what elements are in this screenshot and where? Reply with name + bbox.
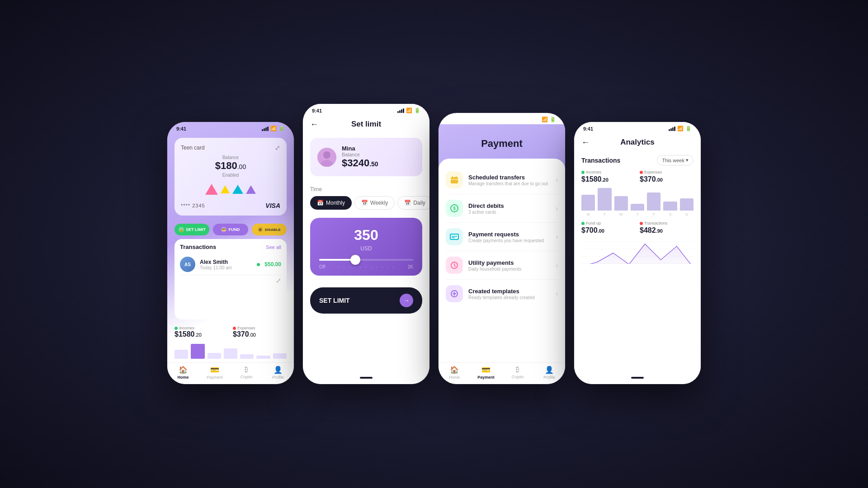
set-limit-btn-text: SET LIMIT — [319, 297, 350, 304]
nav-crypto-1[interactable]: ₿ Crypto — [231, 366, 262, 380]
nav-profile-label-3: Profile — [543, 375, 555, 380]
balance-value-2: $3240 — [342, 157, 369, 169]
list-item[interactable]: Payment requests Create payments you hav… — [446, 223, 558, 251]
this-week-badge[interactable]: This week ▾ — [657, 155, 693, 165]
bar-th — [224, 348, 237, 359]
chart-label-su: S — [680, 212, 693, 216]
analytics-fund-label: Fund up — [581, 221, 635, 225]
profile-icon-3: 👤 — [545, 366, 554, 374]
list-item[interactable]: Scheduled transfers Manage transfers tha… — [446, 166, 558, 194]
time-section: Time 📅 Monthly 📅 Weekly 📅 Daily — [303, 181, 429, 212]
tab-daily[interactable]: 📅 Daily — [397, 196, 429, 210]
list-item[interactable]: Created templates Ready templates alread… — [446, 280, 558, 308]
signal-icon-1 — [262, 127, 269, 131]
card-bottom: **** 2345 VISA — [181, 202, 280, 209]
set-limit-submit-button[interactable]: SET LIMIT → — [310, 287, 422, 314]
wifi-icon-1: 📶 — [270, 126, 277, 131]
expand-icon[interactable]: ⤢ — [275, 144, 280, 151]
bar-chart-t — [598, 188, 611, 211]
analytics-fund-stat: Fund up $700.00 — [581, 221, 635, 235]
bar-chart-m — [581, 195, 595, 211]
action-buttons: 🔒 SET LIMIT 💳 FUND ⊘ DISABLE — [167, 220, 294, 239]
analytics-tx2-label: Transactions — [640, 221, 693, 225]
expense-stat: Expenses $370.00 — [233, 326, 287, 338]
nav-home-3[interactable]: 🏠 Home — [439, 366, 470, 380]
income-dot — [175, 327, 178, 330]
nav-crypto-3[interactable]: ₿ Crypto — [502, 366, 533, 380]
analytics-stats-row: Incomes $1580.20 Expenses $370.00 — [581, 170, 693, 183]
signal-icon-3 — [533, 117, 540, 122]
analytics-tx2-cents: .90 — [656, 228, 663, 234]
home-indicator-2 — [303, 369, 429, 384]
nav-profile-3[interactable]: 👤 Profile — [533, 366, 565, 380]
tab-weekly-label: Weekly — [370, 200, 388, 206]
this-week-text: This week — [662, 158, 684, 163]
set-limit-title: Set limit — [351, 120, 381, 129]
tx-info: Alex Smith Today 11:00 am — [200, 259, 252, 270]
wifi-icon-3: 📶 — [542, 117, 548, 122]
slider-track[interactable] — [319, 259, 413, 261]
triangle-yellow — [221, 185, 230, 193]
back-button-4[interactable]: ← — [581, 138, 590, 147]
payment-icon-1: 💳 — [210, 366, 219, 374]
slider-value: 350 — [319, 227, 413, 244]
phone-set-limit: 9:41 📶 🔋 ← Set limit — [303, 104, 429, 384]
analytics-income-stat: Incomes $1580.20 — [581, 170, 635, 183]
analytics-body: Transactions This week ▾ Incomes — [574, 151, 701, 264]
payment-desc-5: Ready templates already created — [468, 295, 550, 300]
status-icons-2: 📶 🔋 — [397, 108, 420, 113]
slider-thumb[interactable] — [350, 255, 360, 265]
time-tabs: 📅 Monthly 📅 Weekly 📅 Daily — [310, 196, 422, 210]
balance-cents-2: .50 — [369, 160, 378, 168]
set-limit-button[interactable]: 🔒 SET LIMIT — [175, 224, 209, 235]
triangle-pink — [205, 184, 218, 195]
nav-home-1[interactable]: 🏠 Home — [167, 366, 199, 380]
tab-weekly[interactable]: 📅 Weekly — [354, 196, 395, 210]
nav-profile-1[interactable]: 👤 Profile — [262, 366, 294, 380]
tx-date: Today 11:00 am — [200, 265, 252, 270]
card-enabled: Enabled — [181, 173, 280, 178]
see-all-link[interactable]: See all — [266, 244, 281, 250]
payment-icon-3: 💳 — [481, 366, 491, 374]
a-expense-dot — [640, 171, 643, 174]
list-item[interactable]: $ Direct debits 3 active cards › — [446, 194, 558, 223]
bottom-nav-1: 🏠 Home 💳 Payment ₿ Crypto 👤 Profile — [167, 362, 294, 384]
slider-min-label: Off — [319, 264, 325, 269]
slider-max-label: 1K — [408, 264, 413, 269]
analytics-tx2-stat: Transactions $482.90 — [640, 221, 693, 235]
bar-chart-s — [663, 202, 677, 211]
tab-monthly-label: Monthly — [326, 200, 345, 206]
table-row: AS Alex Smith Today 11:00 am $50.00 — [180, 254, 281, 275]
a-tx-dot — [640, 222, 643, 225]
bar-t — [191, 344, 204, 359]
nav-payment-3[interactable]: 💳 Payment — [470, 366, 502, 380]
arrow-icon-3: › — [556, 233, 558, 240]
tab-monthly[interactable]: 📅 Monthly — [310, 196, 352, 210]
chevron-down-icon: ▾ — [686, 157, 689, 163]
triangle-purple — [246, 185, 256, 194]
slider-section: 350 USD Off - - - - - - - - - - - 1K — [310, 218, 422, 276]
svg-rect-9 — [450, 234, 458, 239]
chart-label-s: S — [663, 212, 677, 216]
payment-list: Scheduled transfers Manage transfers tha… — [439, 159, 565, 311]
balance-value-1: $180 — [215, 160, 237, 172]
transactions-section: Transactions See all AS Alex Smith Today… — [175, 239, 287, 319]
teen-card-title: Teen card — [181, 145, 205, 151]
scene: 9:41 📶 🔋 Teen card ⤢ — [0, 0, 868, 488]
slider-currency: USD — [319, 245, 413, 252]
balance-card-2: Mina Balance $3240.50 — [310, 138, 422, 176]
tx-name: Alex Smith — [200, 259, 252, 265]
list-item[interactable]: Utility payments Daily household payment… — [446, 251, 558, 280]
status-time-2: 9:41 — [312, 108, 322, 113]
chart-label-m: M — [581, 212, 595, 216]
nav-payment-1[interactable]: 💳 Payment — [199, 366, 231, 380]
payment-desc-1: Manage transfers that are due to go out — [468, 181, 550, 186]
analytics-bar-chart — [581, 188, 693, 211]
disable-button[interactable]: ⊘ DISABLE — [252, 224, 287, 235]
fund-button[interactable]: 💳 FUND — [213, 224, 248, 235]
analytics-expense-cents: .00 — [656, 177, 663, 183]
chart-label-w: W — [614, 212, 628, 216]
stats-row: Incomes $1580.20 Expenses $370.00 — [167, 322, 294, 342]
expense-dot — [233, 327, 236, 330]
back-button-2[interactable]: ← — [310, 120, 318, 129]
